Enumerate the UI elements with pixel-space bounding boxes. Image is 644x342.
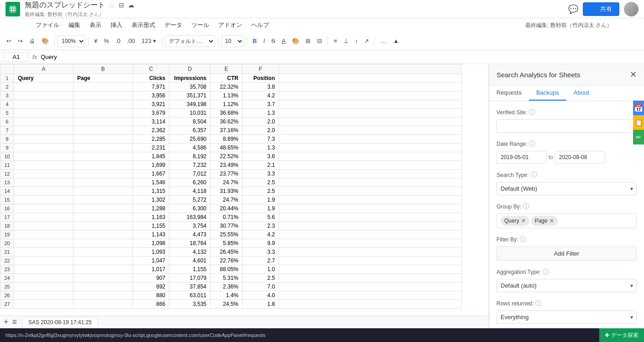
verified-site-input[interactable] <box>496 119 637 133</box>
cell-num[interactable]: 4,118 <box>169 187 211 196</box>
undo-button[interactable]: ↩ <box>4 36 14 46</box>
tasks-icon[interactable]: 📋 <box>633 115 644 130</box>
strikethrough-button[interactable]: S <box>269 36 278 46</box>
cell-num[interactable]: 1.13% <box>211 91 243 100</box>
cell-num[interactable]: 2.0 <box>243 118 279 126</box>
cell-num[interactable]: 6,300 <box>169 204 211 213</box>
cell-num[interactable]: 880 <box>133 291 169 300</box>
edit-icon[interactable]: ✏ <box>633 130 644 144</box>
cell-num[interactable]: 1.3 <box>243 109 279 118</box>
cell-text[interactable] <box>14 161 74 170</box>
cell-text[interactable] <box>14 178 74 187</box>
cell-num[interactable]: 4.2 <box>243 230 279 239</box>
rows-returned-help-icon[interactable]: ⓘ <box>535 299 542 308</box>
cell-text[interactable] <box>74 300 133 309</box>
cell-text[interactable] <box>14 83 74 91</box>
menu-file[interactable]: ファイル <box>32 19 63 31</box>
cell-text[interactable] <box>74 248 133 256</box>
collapse-button[interactable]: ▲ <box>390 36 401 46</box>
border-button[interactable]: ⊞ <box>303 36 313 46</box>
cell-num[interactable]: 907 <box>133 274 169 283</box>
aggregation-help-icon[interactable]: ⓘ <box>543 268 549 276</box>
cell-num[interactable]: 8.89% <box>211 135 243 144</box>
search-type-select[interactable]: Default (Web) Web Image Video News <box>496 182 637 195</box>
cell-num[interactable]: 1,667 <box>133 170 169 178</box>
cell-text[interactable] <box>74 256 133 265</box>
cell-text[interactable] <box>14 274 74 283</box>
cell-num[interactable]: 1,155 <box>133 222 169 230</box>
cell-text[interactable] <box>74 204 133 213</box>
cell-num[interactable]: 2.3 <box>243 222 279 230</box>
italic-button[interactable]: I <box>260 36 268 46</box>
group-by-help-icon[interactable]: ⓘ <box>523 203 529 211</box>
header-clicks[interactable]: Clicks <box>133 74 169 83</box>
zoom-select[interactable]: 100%75%50%125% <box>58 35 85 47</box>
cell-num[interactable]: 63,011 <box>169 291 211 300</box>
cell-num[interactable]: 1,845 <box>133 152 169 161</box>
group-by-tags[interactable]: Query ✕ Page ✕ <box>496 214 637 228</box>
cell-text[interactable] <box>74 265 133 274</box>
cell-text[interactable] <box>14 91 74 100</box>
cell-num[interactable]: 1,143 <box>133 230 169 239</box>
cell-text[interactable] <box>14 135 74 144</box>
cell-num[interactable]: 3,679 <box>133 109 169 118</box>
header-query[interactable]: Query <box>14 74 74 83</box>
cell-num[interactable]: 23.77% <box>211 170 243 178</box>
cell-num[interactable]: 8,504 <box>169 118 211 126</box>
cell-num[interactable]: 1,155 <box>169 265 211 274</box>
cell-text[interactable] <box>74 222 133 230</box>
cell-text[interactable] <box>74 83 133 91</box>
cell-num[interactable]: 37,854 <box>169 283 211 291</box>
cell-num[interactable]: 1,302 <box>133 196 169 204</box>
rows-returned-select[interactable]: Everything Top 10 Top 100 Top 1000 <box>496 310 637 324</box>
cell-num[interactable]: 1,093 <box>133 248 169 256</box>
col-header-f[interactable]: F <box>243 64 279 74</box>
cell-num[interactable]: 2,231 <box>133 144 169 152</box>
cell-num[interactable]: 6,357 <box>169 126 211 135</box>
header-ctr[interactable]: CTR <box>211 74 243 83</box>
tab-requests[interactable]: Requests <box>489 86 529 101</box>
cell-text[interactable] <box>14 204 74 213</box>
cell-num[interactable]: 1,315 <box>133 187 169 196</box>
cell-text[interactable] <box>74 178 133 187</box>
cell-num[interactable]: 2.36% <box>211 283 243 291</box>
menu-view[interactable]: 表示 <box>86 19 105 31</box>
col-header-c[interactable]: C <box>133 64 169 74</box>
cell-num[interactable]: 3.7 <box>243 100 279 109</box>
cell-num[interactable]: 3.6 <box>243 152 279 161</box>
tag-query-remove[interactable]: ✕ <box>521 218 526 224</box>
cell-num[interactable]: 5,272 <box>169 196 211 204</box>
cell-num[interactable]: 2,362 <box>133 126 169 135</box>
cell-num[interactable]: 349,198 <box>169 100 211 109</box>
tab-about[interactable]: About <box>566 86 596 101</box>
cell-text[interactable] <box>14 213 74 222</box>
cell-num[interactable]: 3.3 <box>243 170 279 178</box>
cell-num[interactable]: 1,546 <box>133 178 169 187</box>
cell-num[interactable]: 10,031 <box>169 109 211 118</box>
cell-text[interactable] <box>74 239 133 248</box>
menu-format[interactable]: 表示形式 <box>128 19 159 31</box>
aggregation-select[interactable]: Default (auto) Auto By Property By Page <box>496 279 637 292</box>
cell-text[interactable] <box>74 170 133 178</box>
menu-data[interactable]: データ <box>161 19 186 31</box>
cell-num[interactable]: 2.5 <box>243 187 279 196</box>
font-size-select[interactable]: 10891112 <box>221 35 244 47</box>
menu-insert[interactable]: 挿入 <box>107 19 126 31</box>
comment-button[interactable]: 💬 <box>568 4 578 14</box>
cell-num[interactable]: 2,285 <box>133 135 169 144</box>
cell-num[interactable]: 9.9 <box>243 239 279 248</box>
cell-num[interactable]: 3.8 <box>243 83 279 91</box>
dec-decrease-button[interactable]: .0 <box>113 36 123 46</box>
cell-text[interactable] <box>14 265 74 274</box>
menu-edit[interactable]: 編集 <box>65 19 84 31</box>
cell-num[interactable]: 1,098 <box>133 239 169 248</box>
filter-by-help-icon[interactable]: ⓘ <box>520 235 526 244</box>
cell-text[interactable] <box>74 109 133 118</box>
cell-num[interactable]: 4,601 <box>169 256 211 265</box>
add-filter-button[interactable]: Add Filter <box>496 246 637 261</box>
cell-reference-input[interactable] <box>4 52 29 62</box>
cell-text[interactable] <box>74 144 133 152</box>
font-select[interactable]: デフォルト… <box>165 35 215 47</box>
cell-text[interactable] <box>74 291 133 300</box>
cell-num[interactable]: 24.7% <box>211 178 243 187</box>
